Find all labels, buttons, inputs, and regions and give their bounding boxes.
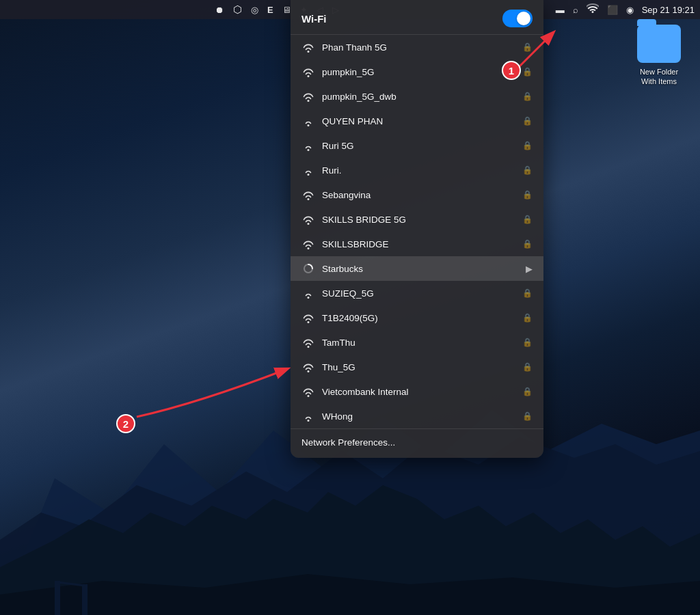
search-icon[interactable]: ⌕ <box>570 3 581 16</box>
network-name: pumpkin_5G_dwb <box>322 92 515 102</box>
network-item[interactable]: Phan Thanh 5G 🔒 <box>291 35 543 59</box>
lock-icon: 🔒 <box>522 387 533 396</box>
network-item[interactable]: QUYEN PHAN 🔒 <box>291 109 543 133</box>
network-item[interactable]: SKILLSBRIDGE 🔒 <box>291 232 543 256</box>
lock-icon: 🔒 <box>522 42 533 52</box>
wifi-signal-icon <box>301 312 315 323</box>
display-icon[interactable]: ⬛ <box>604 3 621 16</box>
svg-point-18 <box>308 321 310 323</box>
lock-icon: 🔒 <box>522 215 533 224</box>
network-preferences-label: Network Preferences... <box>301 437 395 448</box>
network-item[interactable]: Thu_5G 🔒 <box>291 355 543 379</box>
network-item[interactable]: T1B2409(5G) 🔒 <box>291 305 543 330</box>
battery-icon[interactable]: ▬ <box>553 3 567 16</box>
wifi-signal-icon <box>301 263 315 274</box>
network-preferences-button[interactable]: Network Preferences... <box>291 428 543 458</box>
lock-icon: 🔒 <box>522 362 533 372</box>
network-item[interactable]: pumpkin_5G_dwb 🔒 <box>291 84 543 109</box>
network-name: TamThu <box>322 338 515 348</box>
wifi-signal-icon <box>301 386 315 397</box>
network-name: T1B2409(5G) <box>322 313 515 323</box>
clock: Sep 21 19:21 <box>642 5 695 15</box>
wifi-signal-icon <box>301 337 315 348</box>
network-item[interactable]: Sebangvina 🔒 <box>291 182 543 207</box>
lock-icon: 🔒 <box>522 288 533 298</box>
wifi-signal-icon <box>301 411 315 422</box>
record-icon[interactable]: ⏺ <box>213 3 227 16</box>
gitlab-icon[interactable]: ⬡ <box>230 2 245 17</box>
network-item[interactable]: WHong 🔒 <box>291 404 543 428</box>
wifi-signal-icon <box>301 42 315 53</box>
network-name: pumpkin_5G <box>322 67 515 77</box>
wifi-header: Wi-Fi <box>291 0 543 35</box>
wifi-signal-icon <box>301 165 315 176</box>
network-name: Sebangvina <box>322 190 515 200</box>
wifi-signal-icon <box>301 238 315 249</box>
menubar-right: ▬ ⌕ ⬛ ◉ Sep 21 19:21 <box>553 2 695 17</box>
lock-icon: 🔒 <box>522 338 533 347</box>
svg-point-20 <box>308 370 310 372</box>
network-name: QUYEN PHAN <box>322 116 515 126</box>
folder-icon <box>637 25 681 63</box>
lock-icon: 🔒 <box>522 67 533 77</box>
svg-point-14 <box>308 223 310 225</box>
network-item[interactable]: pumpkin_5G 🔒 <box>291 59 543 84</box>
lock-icon: 🔒 <box>522 116 533 126</box>
network-item[interactable]: SUZIEQ_5G 🔒 <box>291 281 543 305</box>
cursor-indicator: ▶ <box>526 264 533 274</box>
svg-point-9 <box>308 100 310 102</box>
network-name: Ruri. <box>322 165 515 176</box>
svg-point-17 <box>308 297 310 299</box>
lock-icon: 🔒 <box>522 411 533 421</box>
wifi-signal-icon <box>301 66 315 77</box>
network-item[interactable]: Vietcombank Internal 🔒 <box>291 379 543 404</box>
lock-icon: 🔒 <box>522 190 533 200</box>
network-item[interactable]: Ruri. 🔒 <box>291 158 543 182</box>
wifi-signal-icon <box>301 91 315 102</box>
network-list: Phan Thanh 5G 🔒 pumpkin_5G 🔒 pumpkin_5 <box>291 35 543 428</box>
editor-icon[interactable]: E <box>265 3 276 16</box>
wifi-signal-icon <box>301 140 315 151</box>
screenium-icon[interactable]: ◎ <box>248 3 261 16</box>
network-name: SKILLSBRIDGE <box>322 239 515 249</box>
svg-point-10 <box>308 124 310 126</box>
network-name: Thu_5G <box>322 362 515 372</box>
wifi-signal-icon <box>301 361 315 372</box>
wifi-signal-icon <box>301 189 315 200</box>
svg-point-11 <box>308 149 310 151</box>
network-name: SKILLS BRIDGE 5G <box>322 215 515 225</box>
svg-point-8 <box>308 75 310 77</box>
wifi-signal-icon <box>301 214 315 225</box>
lock-icon: 🔒 <box>522 141 533 150</box>
network-name: WHong <box>322 411 515 422</box>
svg-point-15 <box>308 247 310 249</box>
svg-point-12 <box>308 174 310 176</box>
svg-point-13 <box>308 198 310 200</box>
network-name: Starbucks <box>322 264 516 274</box>
network-item[interactable]: Starbucks ▶ <box>291 256 543 281</box>
wifi-signal-icon <box>301 288 315 299</box>
network-name: Ruri 5G <box>322 141 515 151</box>
svg-rect-5 <box>82 584 88 615</box>
wifi-toggle[interactable] <box>502 10 533 27</box>
svg-point-22 <box>308 420 310 422</box>
svg-point-19 <box>308 346 310 348</box>
wifi-signal-icon <box>301 115 315 126</box>
network-name: Vietcombank Internal <box>322 387 515 397</box>
network-item[interactable]: TamThu 🔒 <box>291 330 543 355</box>
desktop-folder[interactable]: New Folder With Items <box>632 25 686 87</box>
network-item[interactable]: Ruri 5G 🔒 <box>291 133 543 158</box>
siri-icon[interactable]: ◉ <box>623 3 636 16</box>
lock-icon: 🔒 <box>522 92 533 101</box>
svg-point-21 <box>308 395 310 397</box>
svg-point-7 <box>308 51 310 53</box>
lock-icon: 🔒 <box>522 165 533 175</box>
svg-rect-4 <box>55 581 60 615</box>
wifi-title: Wi-Fi <box>301 13 327 25</box>
lock-icon: 🔒 <box>522 313 533 323</box>
lock-icon: 🔒 <box>522 239 533 249</box>
wifi-menubar-icon[interactable] <box>584 2 602 17</box>
network-name: Phan Thanh 5G <box>322 42 515 53</box>
network-item[interactable]: SKILLS BRIDGE 5G 🔒 <box>291 207 543 232</box>
wifi-panel: Wi-Fi Phan Thanh 5G 🔒 pumpkin_5G <box>291 0 543 458</box>
